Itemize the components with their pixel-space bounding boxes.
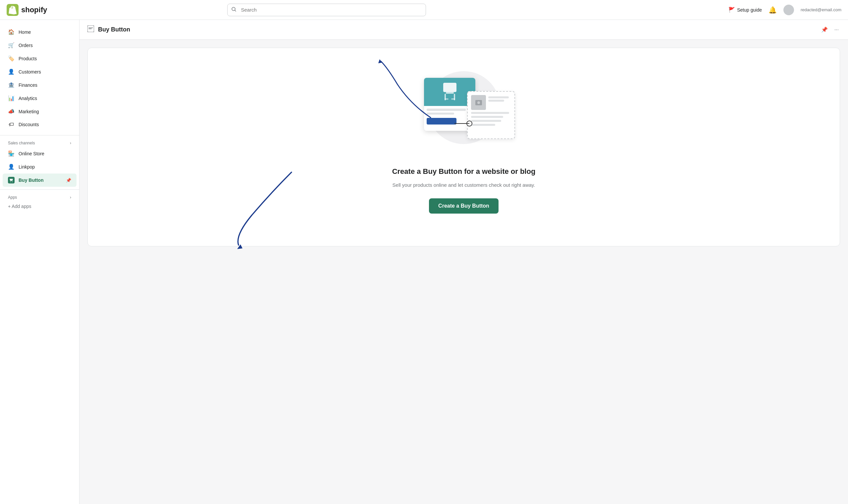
main-layout: 🏠 Home 🛒 Orders 🏷️ Products 👤 Customers …: [0, 20, 848, 504]
sidebar-item-products[interactable]: 🏷️ Products: [3, 52, 76, 65]
sidebar-item-finances[interactable]: 🏦 Finances: [3, 78, 76, 91]
top-navigation: shopify 🚩 Setup guide 🔔 redacted@email.c…: [0, 0, 848, 20]
notification-bell-icon[interactable]: 🔔: [768, 6, 777, 14]
product-subtitle-line: [427, 113, 454, 114]
sidebar-item-linkpop-label: Linkpop: [19, 164, 35, 169]
product-card-secondary: [467, 91, 515, 139]
svg-rect-6: [443, 83, 457, 92]
analytics-icon: 📊: [8, 95, 15, 101]
svg-rect-10: [444, 98, 448, 100]
svg-point-3: [10, 181, 11, 182]
sidebar-item-online-store[interactable]: 🏪 Online Store: [3, 147, 76, 160]
sec-line-1: [488, 96, 509, 98]
discounts-icon: 🏷: [8, 122, 15, 127]
logo-area: shopify: [7, 4, 73, 16]
sidebar-item-marketing[interactable]: 📣 Marketing: [3, 105, 76, 118]
svg-point-4: [12, 181, 13, 182]
pin-button[interactable]: 📌: [820, 25, 829, 34]
sales-channels-label: Sales channels: [8, 141, 35, 145]
sidebar-item-marketing-label: Marketing: [19, 109, 39, 114]
sidebar-item-discounts-label: Discounts: [19, 122, 39, 127]
content-area: Buy Button 📌 ···: [80, 20, 848, 504]
sidebar-divider-2: [0, 190, 79, 190]
sidebar-item-orders-label: Orders: [19, 43, 33, 48]
orders-icon: 🛒: [8, 42, 15, 48]
svg-rect-11: [451, 98, 455, 100]
page-title: Buy Button: [98, 26, 130, 33]
buy-button-pin-icon: 📌: [66, 178, 71, 183]
logo-text: shopify: [21, 6, 47, 14]
products-icon: 🏷️: [8, 55, 15, 61]
setup-guide-button[interactable]: 🚩 Setup guide: [728, 7, 762, 13]
user-email: redacted@email.com: [801, 7, 841, 12]
search-icon: [231, 7, 236, 13]
flag-icon: 🚩: [728, 7, 735, 13]
sidebar: 🏠 Home 🛒 Orders 🏷️ Products 👤 Customers …: [0, 20, 80, 504]
finances-icon: 🏦: [8, 82, 15, 88]
page-title-icon: [87, 25, 94, 34]
sec-line-5: [471, 120, 501, 122]
svg-marker-16: [378, 59, 382, 63]
buy-button-icon: [8, 177, 15, 183]
sidebar-item-home-label: Home: [19, 30, 31, 35]
main-content-text: Create a Buy Button for a website or blo…: [392, 167, 536, 214]
sidebar-item-orders[interactable]: 🛒 Orders: [3, 39, 76, 52]
sidebar-item-buy-button-label: Buy Button: [19, 178, 43, 183]
svg-rect-7: [446, 92, 454, 94]
page-header-actions: 📌 ···: [820, 25, 840, 34]
more-options-button[interactable]: ···: [833, 25, 840, 34]
marketing-icon: 📣: [8, 108, 15, 114]
topnav-right: 🚩 Setup guide 🔔 redacted@email.com: [728, 5, 841, 15]
add-apps-label: + Add apps: [8, 204, 31, 209]
chair-illustration-icon: [440, 81, 460, 103]
customers-icon: 👤: [8, 69, 15, 75]
product-add-button: [427, 118, 457, 125]
avatar: [783, 5, 794, 15]
main-card: Create a Buy Button for a website or blo…: [87, 48, 840, 246]
content-description: Sell your products online and let custom…: [392, 181, 536, 189]
svg-point-13: [477, 101, 480, 104]
sidebar-item-home[interactable]: 🏠 Home: [3, 25, 76, 38]
sidebar-item-linkpop[interactable]: 👤 Linkpop: [3, 160, 76, 173]
create-buy-button-cta[interactable]: Create a Buy Button: [429, 198, 498, 214]
sidebar-item-products-label: Products: [19, 56, 37, 61]
sec-line-4: [471, 116, 503, 118]
sales-channels-chevron-icon[interactable]: ›: [70, 141, 71, 145]
page-title-area: Buy Button: [87, 25, 130, 34]
sidebar-item-buy-button[interactable]: Buy Button 📌: [3, 174, 76, 187]
page-header: Buy Button 📌 ···: [80, 20, 848, 40]
product-title-line: [427, 109, 466, 111]
sidebar-main-section: 🏠 Home 🛒 Orders 🏷️ Products 👤 Customers …: [0, 24, 79, 132]
sidebar-divider-1: [0, 135, 79, 136]
setup-guide-label: Setup guide: [737, 7, 762, 13]
linkpop-icon: 👤: [8, 164, 15, 170]
sales-channels-section: Sales channels ›: [0, 138, 79, 147]
apps-section-header: Apps ›: [0, 192, 79, 201]
secondary-card-top: [471, 95, 511, 110]
sec-line-2: [488, 100, 504, 102]
apps-chevron-icon[interactable]: ›: [70, 195, 71, 200]
secondary-card-text-lines: [488, 95, 511, 102]
sec-line-6: [471, 124, 495, 126]
sec-line-3: [471, 112, 509, 114]
sidebar-item-analytics-label: Analytics: [19, 96, 37, 101]
sidebar-item-discounts[interactable]: 🏷 Discounts: [3, 118, 76, 131]
illustration-area: [404, 68, 523, 154]
sidebar-item-customers-label: Customers: [19, 69, 41, 74]
sidebar-item-finances-label: Finances: [19, 83, 37, 88]
sidebar-item-customers[interactable]: 👤 Customers: [3, 65, 76, 78]
sidebar-item-analytics[interactable]: 📊 Analytics: [3, 92, 76, 105]
search-input[interactable]: [227, 4, 426, 16]
sidebar-item-online-store-label: Online Store: [19, 151, 45, 156]
search-bar: [227, 4, 426, 16]
add-apps-item[interactable]: + Add apps: [0, 201, 79, 212]
content-heading: Create a Buy Button for a website or blo…: [392, 167, 536, 176]
shopify-logo-icon: [7, 4, 19, 16]
secondary-card-image: [471, 95, 486, 110]
online-store-icon: 🏪: [8, 150, 15, 157]
apps-label: Apps: [8, 195, 17, 200]
home-icon: 🏠: [8, 29, 15, 35]
